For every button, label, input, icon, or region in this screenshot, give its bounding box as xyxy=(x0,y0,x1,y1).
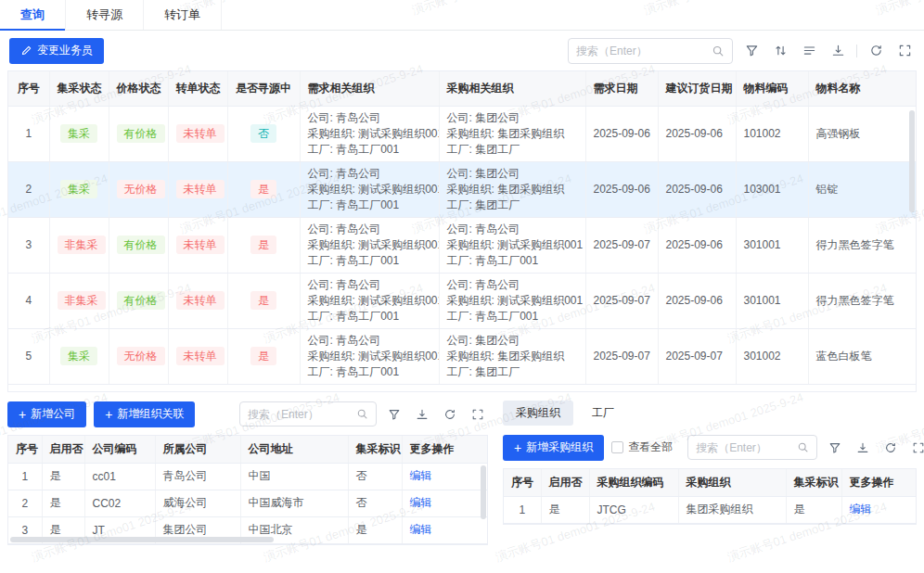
company-panel-toolbar: + 新增公司 + 新增组织关联 xyxy=(7,401,488,427)
add-org-link-button[interactable]: + 新增组织关联 xyxy=(94,401,195,427)
tab-transfer-sourcing[interactable]: 转寻源 xyxy=(66,0,144,30)
purchase-org-cell: 公司: 集团公司采购组织: 集团采购组织工厂: 集团工厂 xyxy=(439,161,585,217)
add-company-button[interactable]: + 新增公司 xyxy=(7,401,86,427)
status-cell: 有价格 xyxy=(109,106,168,161)
app: 查询转寻源转订单 变更业务员 序号集采状态价格状态转单状态是否寻源中需求相关组织… xyxy=(0,0,924,573)
change-salesman-button[interactable]: 变更业务员 xyxy=(9,38,104,64)
add-purchase-org-button[interactable]: + 新增采购组织 xyxy=(503,435,604,461)
org-panel-toolbar: + 新增采购组织 查看全部 xyxy=(503,434,917,461)
refresh-icon[interactable] xyxy=(440,404,460,425)
column-header: 集采状态 xyxy=(49,71,109,106)
org-line: 工厂: 青岛工厂001 xyxy=(447,309,578,325)
row-index-cell: 4 xyxy=(8,273,49,328)
edit-link[interactable]: 编辑 xyxy=(410,523,432,536)
table-row[interactable]: 1集采有价格未转单否公司: 青岛公司采购组织: 测试采购组织001工厂: 青岛工… xyxy=(8,106,916,161)
enabled-cell: 是 xyxy=(42,490,84,516)
view-all-checkbox[interactable]: 查看全部 xyxy=(611,439,673,455)
material-code-cell: 101002 xyxy=(736,106,808,161)
tab-purchase-org[interactable]: 采购组织 xyxy=(503,401,573,426)
suggest-date-cell: 2025-09-06 xyxy=(658,217,736,273)
demand-org-cell: 公司: 青岛公司采购组织: 测试采购组织001工厂: 青岛工厂001 xyxy=(300,273,439,328)
bottom-section: + 新增公司 + 新增组织关联 序号启用否公司编码所属公司公司地址集采标 xyxy=(0,401,924,545)
status-badge: 未转单 xyxy=(176,236,225,254)
tab-transfer-order[interactable]: 转订单 xyxy=(144,0,222,30)
org-info: 公司: 青岛公司采购组织: 测试采购组织001工厂: 青岛工厂001 xyxy=(308,110,431,158)
main-table-scrollbar[interactable] xyxy=(909,110,915,212)
org-line: 公司: 青岛公司 xyxy=(447,277,578,293)
fullscreen-icon[interactable] xyxy=(894,41,915,61)
status-badge: 集采 xyxy=(60,124,97,143)
download-icon[interactable] xyxy=(412,404,432,425)
material-name-cell: 高强钢板 xyxy=(808,106,916,161)
table-row[interactable]: 5集采无价格未转单是公司: 青岛公司采购组织: 测试采购组织001工厂: 青岛工… xyxy=(8,328,916,384)
org-line: 采购组织: 集团采购组织 xyxy=(447,182,578,197)
company-table-hscrollbar[interactable] xyxy=(10,537,274,542)
company-search-box xyxy=(239,401,377,427)
table-row[interactable]: 2集采无价格未转单是公司: 青岛公司采购组织: 测试采购组织001工厂: 青岛工… xyxy=(8,161,916,217)
org-line: 工厂: 集团工厂 xyxy=(447,142,578,158)
add-org-link-label: 新增组织关联 xyxy=(117,406,184,422)
company-table-scrollbar[interactable] xyxy=(481,465,486,519)
tab-factory[interactable]: 工厂 xyxy=(579,401,627,426)
download-icon[interactable] xyxy=(853,438,873,458)
demand-date-cell: 2025-09-07 xyxy=(585,273,658,328)
collect-flag-cell: 是 xyxy=(348,516,402,543)
sort-icon[interactable] xyxy=(770,41,790,61)
status-badge: 有价格 xyxy=(117,124,165,143)
demand-table: 序号集采状态价格状态转单状态是否寻源中需求相关组织采购相关组织需求日期建议订货日… xyxy=(8,71,916,385)
status-badge: 无价格 xyxy=(117,180,165,198)
table-row[interactable]: 3非集采有价格未转单是公司: 青岛公司采购组织: 测试采购组织001工厂: 青岛… xyxy=(8,217,916,273)
status-cell: 否 xyxy=(227,106,300,161)
column-header: 需求日期 xyxy=(585,71,658,106)
download-icon[interactable] xyxy=(828,41,848,61)
filter-icon[interactable] xyxy=(825,438,845,458)
status-cell: 集采 xyxy=(49,106,109,161)
column-list-icon[interactable] xyxy=(799,41,819,61)
table-row[interactable]: 4非集采有价格未转单是公司: 青岛公司采购组织: 测试采购组织001工厂: 青岛… xyxy=(8,273,916,328)
add-purchase-org-label: 新增采购组织 xyxy=(526,439,593,455)
status-cell: 集采 xyxy=(49,328,109,384)
suggest-date-cell: 2025-09-06 xyxy=(658,106,736,161)
org-line: 采购组织: 测试采购组织001 xyxy=(308,349,431,364)
org-info: 公司: 青岛公司采购组织: 测试采购组织001工厂: 青岛工厂001 xyxy=(447,277,578,325)
status-cell: 未转单 xyxy=(168,106,227,161)
org-line: 公司: 青岛公司 xyxy=(308,333,431,349)
table-row[interactable]: 2是CC02威海公司中国威海市否编辑 xyxy=(8,490,487,516)
column-header: 启用否 xyxy=(42,436,84,463)
filter-icon[interactable] xyxy=(741,41,762,61)
table-row[interactable]: 1是cc01青岛公司中国否编辑 xyxy=(8,463,487,490)
edit-link[interactable]: 编辑 xyxy=(410,469,432,482)
tab-query[interactable]: 查询 xyxy=(0,0,66,30)
org-line: 工厂: 集团工厂 xyxy=(447,364,578,380)
column-header: 物料名称 xyxy=(808,71,916,106)
status-cell: 未转单 xyxy=(168,328,227,384)
column-header: 采购组织编码 xyxy=(589,469,678,496)
demand-org-cell: 公司: 青岛公司采购组织: 测试采购组织001工厂: 青岛工厂001 xyxy=(300,106,439,161)
org-line: 公司: 集团公司 xyxy=(447,333,578,349)
demand-org-cell: 公司: 青岛公司采购组织: 测试采购组织001工厂: 青岛工厂001 xyxy=(300,328,439,384)
org-line: 公司: 集团公司 xyxy=(447,166,578,182)
status-badge: 非集采 xyxy=(58,236,106,254)
material-code-cell: 301001 xyxy=(736,217,808,273)
refresh-icon[interactable] xyxy=(866,41,886,61)
edit-link[interactable]: 编辑 xyxy=(850,503,872,516)
column-header: 启用否 xyxy=(541,469,589,496)
org-info: 公司: 青岛公司采购组织: 测试采购组织001工厂: 青岛工厂001 xyxy=(308,166,431,213)
table-row[interactable]: 1是JTCG集团采购组织是编辑 xyxy=(504,496,916,523)
plus-icon: + xyxy=(19,408,26,421)
fullscreen-icon[interactable] xyxy=(908,438,924,458)
org-search-input[interactable] xyxy=(696,441,797,454)
checkbox-icon xyxy=(611,441,623,453)
org-info: 公司: 青岛公司采购组织: 测试采购组织001工厂: 青岛工厂001 xyxy=(308,333,431,380)
filter-icon[interactable] xyxy=(384,404,404,425)
column-header: 价格状态 xyxy=(109,71,168,106)
company-code-cell: cc01 xyxy=(84,463,155,490)
action-cell: 编辑 xyxy=(402,463,487,490)
refresh-icon[interactable] xyxy=(880,438,901,458)
company-search-input[interactable] xyxy=(248,408,356,421)
edit-link[interactable]: 编辑 xyxy=(410,496,432,509)
fullscreen-icon[interactable] xyxy=(468,404,488,425)
column-header: 序号 xyxy=(504,469,541,496)
status-cell: 集采 xyxy=(49,161,109,217)
main-search-input[interactable] xyxy=(576,45,712,57)
